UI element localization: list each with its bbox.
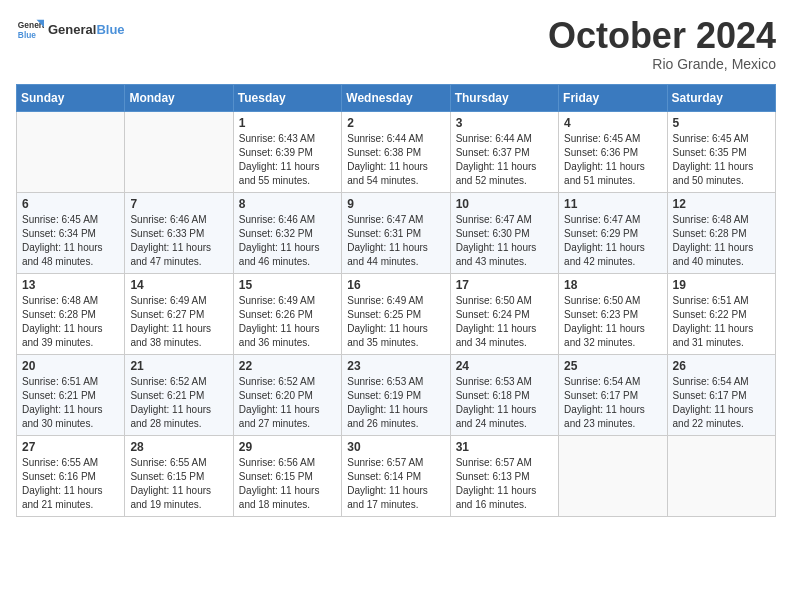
calendar-cell: 4Sunrise: 6:45 AMSunset: 6:36 PMDaylight… — [559, 111, 667, 192]
day-number: 11 — [564, 197, 661, 211]
calendar-cell: 9Sunrise: 6:47 AMSunset: 6:31 PMDaylight… — [342, 192, 450, 273]
day-number: 18 — [564, 278, 661, 292]
calendar-week-3: 13Sunrise: 6:48 AMSunset: 6:28 PMDayligh… — [17, 273, 776, 354]
day-info: Sunrise: 6:47 AMSunset: 6:29 PMDaylight:… — [564, 213, 661, 269]
day-number: 27 — [22, 440, 119, 454]
weekday-header-tuesday: Tuesday — [233, 84, 341, 111]
day-number: 12 — [673, 197, 770, 211]
calendar-cell — [559, 435, 667, 516]
day-number: 24 — [456, 359, 553, 373]
day-info: Sunrise: 6:45 AMSunset: 6:34 PMDaylight:… — [22, 213, 119, 269]
day-info: Sunrise: 6:45 AMSunset: 6:35 PMDaylight:… — [673, 132, 770, 188]
calendar-cell: 26Sunrise: 6:54 AMSunset: 6:17 PMDayligh… — [667, 354, 775, 435]
calendar-cell: 30Sunrise: 6:57 AMSunset: 6:14 PMDayligh… — [342, 435, 450, 516]
day-number: 29 — [239, 440, 336, 454]
calendar-week-4: 20Sunrise: 6:51 AMSunset: 6:21 PMDayligh… — [17, 354, 776, 435]
day-number: 9 — [347, 197, 444, 211]
day-number: 26 — [673, 359, 770, 373]
calendar-cell: 1Sunrise: 6:43 AMSunset: 6:39 PMDaylight… — [233, 111, 341, 192]
calendar-cell: 14Sunrise: 6:49 AMSunset: 6:27 PMDayligh… — [125, 273, 233, 354]
weekday-header-monday: Monday — [125, 84, 233, 111]
day-number: 4 — [564, 116, 661, 130]
calendar-cell — [17, 111, 125, 192]
day-info: Sunrise: 6:50 AMSunset: 6:23 PMDaylight:… — [564, 294, 661, 350]
day-info: Sunrise: 6:53 AMSunset: 6:18 PMDaylight:… — [456, 375, 553, 431]
day-number: 7 — [130, 197, 227, 211]
day-number: 2 — [347, 116, 444, 130]
day-number: 17 — [456, 278, 553, 292]
day-number: 8 — [239, 197, 336, 211]
day-info: Sunrise: 6:56 AMSunset: 6:15 PMDaylight:… — [239, 456, 336, 512]
calendar-cell: 18Sunrise: 6:50 AMSunset: 6:23 PMDayligh… — [559, 273, 667, 354]
calendar-cell: 10Sunrise: 6:47 AMSunset: 6:30 PMDayligh… — [450, 192, 558, 273]
day-info: Sunrise: 6:52 AMSunset: 6:20 PMDaylight:… — [239, 375, 336, 431]
calendar-cell: 19Sunrise: 6:51 AMSunset: 6:22 PMDayligh… — [667, 273, 775, 354]
day-info: Sunrise: 6:46 AMSunset: 6:33 PMDaylight:… — [130, 213, 227, 269]
calendar-week-1: 1Sunrise: 6:43 AMSunset: 6:39 PMDaylight… — [17, 111, 776, 192]
calendar-cell: 8Sunrise: 6:46 AMSunset: 6:32 PMDaylight… — [233, 192, 341, 273]
calendar-cell: 16Sunrise: 6:49 AMSunset: 6:25 PMDayligh… — [342, 273, 450, 354]
calendar-cell — [667, 435, 775, 516]
calendar-cell: 29Sunrise: 6:56 AMSunset: 6:15 PMDayligh… — [233, 435, 341, 516]
calendar-cell: 17Sunrise: 6:50 AMSunset: 6:24 PMDayligh… — [450, 273, 558, 354]
calendar-cell — [125, 111, 233, 192]
calendar-cell: 23Sunrise: 6:53 AMSunset: 6:19 PMDayligh… — [342, 354, 450, 435]
day-info: Sunrise: 6:49 AMSunset: 6:25 PMDaylight:… — [347, 294, 444, 350]
day-number: 3 — [456, 116, 553, 130]
day-info: Sunrise: 6:50 AMSunset: 6:24 PMDaylight:… — [456, 294, 553, 350]
title-block: October 2024 Rio Grande, Mexico — [548, 16, 776, 72]
day-number: 14 — [130, 278, 227, 292]
calendar-cell: 24Sunrise: 6:53 AMSunset: 6:18 PMDayligh… — [450, 354, 558, 435]
calendar-cell: 21Sunrise: 6:52 AMSunset: 6:21 PMDayligh… — [125, 354, 233, 435]
day-number: 15 — [239, 278, 336, 292]
calendar-cell: 15Sunrise: 6:49 AMSunset: 6:26 PMDayligh… — [233, 273, 341, 354]
day-info: Sunrise: 6:54 AMSunset: 6:17 PMDaylight:… — [673, 375, 770, 431]
day-number: 10 — [456, 197, 553, 211]
day-info: Sunrise: 6:54 AMSunset: 6:17 PMDaylight:… — [564, 375, 661, 431]
weekday-header-row: SundayMondayTuesdayWednesdayThursdayFrid… — [17, 84, 776, 111]
calendar-cell: 5Sunrise: 6:45 AMSunset: 6:35 PMDaylight… — [667, 111, 775, 192]
calendar-cell: 27Sunrise: 6:55 AMSunset: 6:16 PMDayligh… — [17, 435, 125, 516]
day-number: 22 — [239, 359, 336, 373]
day-info: Sunrise: 6:46 AMSunset: 6:32 PMDaylight:… — [239, 213, 336, 269]
day-number: 21 — [130, 359, 227, 373]
day-info: Sunrise: 6:47 AMSunset: 6:30 PMDaylight:… — [456, 213, 553, 269]
day-info: Sunrise: 6:57 AMSunset: 6:14 PMDaylight:… — [347, 456, 444, 512]
day-info: Sunrise: 6:53 AMSunset: 6:19 PMDaylight:… — [347, 375, 444, 431]
day-number: 31 — [456, 440, 553, 454]
day-info: Sunrise: 6:49 AMSunset: 6:27 PMDaylight:… — [130, 294, 227, 350]
calendar-cell: 28Sunrise: 6:55 AMSunset: 6:15 PMDayligh… — [125, 435, 233, 516]
weekday-header-saturday: Saturday — [667, 84, 775, 111]
day-number: 6 — [22, 197, 119, 211]
weekday-header-sunday: Sunday — [17, 84, 125, 111]
calendar-cell: 3Sunrise: 6:44 AMSunset: 6:37 PMDaylight… — [450, 111, 558, 192]
day-number: 1 — [239, 116, 336, 130]
calendar-cell: 6Sunrise: 6:45 AMSunset: 6:34 PMDaylight… — [17, 192, 125, 273]
weekday-header-thursday: Thursday — [450, 84, 558, 111]
day-info: Sunrise: 6:51 AMSunset: 6:22 PMDaylight:… — [673, 294, 770, 350]
day-number: 28 — [130, 440, 227, 454]
calendar-cell: 13Sunrise: 6:48 AMSunset: 6:28 PMDayligh… — [17, 273, 125, 354]
svg-text:Blue: Blue — [18, 30, 36, 40]
day-number: 20 — [22, 359, 119, 373]
weekday-header-wednesday: Wednesday — [342, 84, 450, 111]
day-info: Sunrise: 6:57 AMSunset: 6:13 PMDaylight:… — [456, 456, 553, 512]
calendar-cell: 22Sunrise: 6:52 AMSunset: 6:20 PMDayligh… — [233, 354, 341, 435]
day-info: Sunrise: 6:47 AMSunset: 6:31 PMDaylight:… — [347, 213, 444, 269]
day-info: Sunrise: 6:48 AMSunset: 6:28 PMDaylight:… — [673, 213, 770, 269]
calendar-cell: 2Sunrise: 6:44 AMSunset: 6:38 PMDaylight… — [342, 111, 450, 192]
day-info: Sunrise: 6:55 AMSunset: 6:15 PMDaylight:… — [130, 456, 227, 512]
day-info: Sunrise: 6:49 AMSunset: 6:26 PMDaylight:… — [239, 294, 336, 350]
calendar-cell: 25Sunrise: 6:54 AMSunset: 6:17 PMDayligh… — [559, 354, 667, 435]
day-info: Sunrise: 6:44 AMSunset: 6:38 PMDaylight:… — [347, 132, 444, 188]
day-number: 25 — [564, 359, 661, 373]
day-info: Sunrise: 6:48 AMSunset: 6:28 PMDaylight:… — [22, 294, 119, 350]
calendar-cell: 20Sunrise: 6:51 AMSunset: 6:21 PMDayligh… — [17, 354, 125, 435]
logo-icon: General Blue — [16, 16, 44, 44]
day-info: Sunrise: 6:44 AMSunset: 6:37 PMDaylight:… — [456, 132, 553, 188]
day-info: Sunrise: 6:43 AMSunset: 6:39 PMDaylight:… — [239, 132, 336, 188]
calendar-cell: 31Sunrise: 6:57 AMSunset: 6:13 PMDayligh… — [450, 435, 558, 516]
logo-general: General — [48, 22, 96, 37]
day-info: Sunrise: 6:52 AMSunset: 6:21 PMDaylight:… — [130, 375, 227, 431]
day-info: Sunrise: 6:51 AMSunset: 6:21 PMDaylight:… — [22, 375, 119, 431]
